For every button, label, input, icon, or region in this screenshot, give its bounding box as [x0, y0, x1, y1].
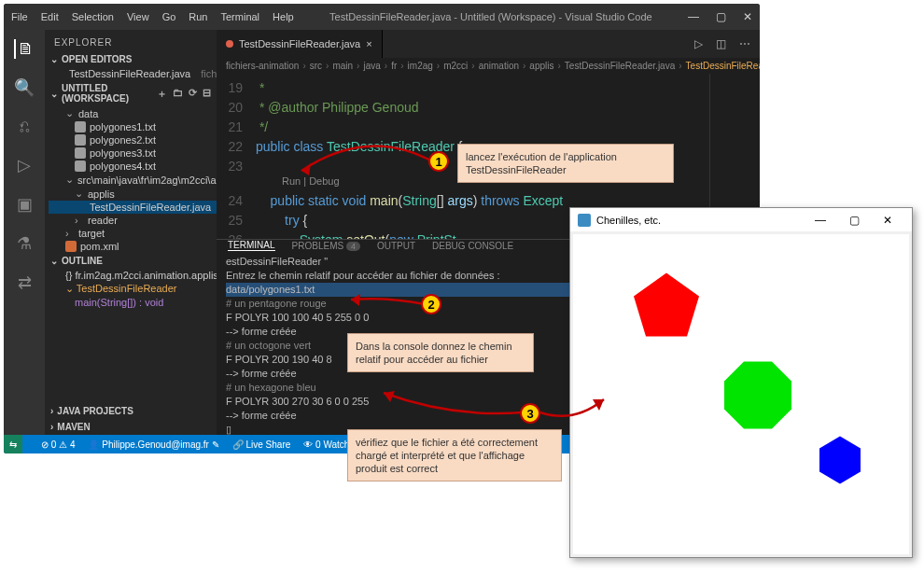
window-controls: — ▢ ✕: [688, 10, 752, 23]
workspace-header[interactable]: ⌄UNTITLED (WORKSPACE) ＋🗀⟳⊟: [45, 80, 217, 106]
output-tab[interactable]: OUTPUT: [377, 241, 415, 251]
scm-icon[interactable]: ⎌: [20, 117, 30, 136]
tree-item[interactable]: ⌄data: [49, 106, 217, 120]
title-bar: File Edit Selection View Go Run Terminal…: [4, 4, 760, 30]
app-minimize-icon[interactable]: —: [804, 214, 837, 227]
open-editors-header[interactable]: ⌄OPEN EDITORS: [45, 51, 217, 67]
menu-edit[interactable]: Edit: [41, 11, 59, 22]
outline-item[interactable]: {} fr.im2ag.m2cci.animation.applis: [49, 269, 217, 282]
java-app-icon: [578, 214, 591, 227]
open-editor-item[interactable]: TestDessinFileReader.java fichiers-ani..…: [49, 67, 217, 80]
menu-file[interactable]: File: [11, 11, 28, 22]
explorer-icon[interactable]: 🗎: [14, 39, 35, 59]
run-icon[interactable]: ▷: [694, 37, 703, 50]
hexagon-shape: [819, 437, 861, 484]
step-2-marker: 2: [421, 294, 441, 314]
breadcrumbs[interactable]: fichiers-animation›src›main›java›fr›im2a…: [217, 58, 760, 74]
window-title: TestDessinFileReader.java - Untitled (Wo…: [294, 11, 688, 22]
drawing-canvas: [573, 234, 909, 554]
menu-view[interactable]: View: [127, 11, 149, 22]
callout-1: lancez l'exécution de l'application Test…: [457, 144, 674, 183]
menu-help[interactable]: Help: [273, 11, 294, 22]
java-icon: [226, 40, 233, 48]
liveshare-status[interactable]: 🔗 Live Share: [232, 439, 291, 450]
maven-header[interactable]: ›MAVEN: [45, 419, 217, 435]
java-projects-header[interactable]: ›JAVA PROJECTS: [45, 403, 217, 419]
tree-item[interactable]: ⌄src\main\java\fr\im2ag\m2cci\anima...: [49, 173, 217, 187]
debug-icon[interactable]: ▷: [18, 155, 31, 175]
test-icon[interactable]: ⚗: [17, 233, 32, 254]
new-folder-icon[interactable]: 🗀: [173, 87, 183, 101]
extensions-icon[interactable]: ▣: [17, 194, 33, 215]
errors-status[interactable]: ⊘ 0 ⚠ 4: [41, 439, 75, 450]
app-window: Chenilles, etc. — ▢ ✕: [569, 207, 913, 558]
close-icon[interactable]: ✕: [743, 10, 752, 23]
app-close-icon[interactable]: ✕: [871, 214, 904, 227]
tree-item[interactable]: polygones3.txt: [49, 146, 217, 160]
step-3-marker: 3: [520, 403, 540, 424]
problems-tab[interactable]: PROBLEMS 4: [292, 241, 360, 251]
maximize-icon[interactable]: ▢: [716, 10, 726, 23]
more-icon[interactable]: ⋯: [739, 37, 750, 50]
app-maximize-icon[interactable]: ▢: [837, 214, 871, 227]
tree-item[interactable]: polygones2.txt: [49, 133, 217, 146]
step-1-marker: 1: [428, 151, 449, 172]
pentagon-shape: [634, 273, 699, 337]
octagon-shape: [724, 362, 791, 429]
menu-run[interactable]: Run: [189, 11, 207, 22]
menu-selection[interactable]: Selection: [72, 11, 114, 22]
user-status[interactable]: 👤 Philippe.Genoud@imag.fr ✎: [88, 439, 218, 450]
callout-3: vérifiez que le fichier a été correcteme…: [347, 429, 562, 481]
outline-item[interactable]: main(String[]) : void: [49, 296, 217, 309]
minimize-icon[interactable]: —: [688, 10, 699, 23]
tree-item[interactable]: ›reader: [49, 214, 217, 227]
menu-terminal[interactable]: Terminal: [221, 11, 260, 22]
menu-go[interactable]: Go: [162, 11, 176, 22]
debug-console-tab[interactable]: DEBUG CONSOLE: [432, 241, 513, 251]
callout-2: Dans la console donnez le chemin relatif…: [347, 333, 534, 372]
new-file-icon[interactable]: ＋: [157, 87, 167, 101]
tree-item[interactable]: polygones1.txt: [49, 120, 217, 133]
search-icon[interactable]: 🔍: [14, 77, 35, 98]
collapse-icon[interactable]: ⊟: [203, 87, 211, 101]
refresh-icon[interactable]: ⟳: [189, 87, 197, 101]
tree-item[interactable]: pom.xml: [49, 240, 217, 253]
terminal-tab[interactable]: TERMINAL: [228, 240, 275, 251]
tree-item[interactable]: TestDessinFileReader.java: [49, 201, 217, 214]
outline-header[interactable]: ⌄OUTLINE: [45, 253, 217, 269]
app-title: Chenilles, etc.: [596, 215, 661, 226]
tree-item[interactable]: ⌄applis: [49, 187, 217, 201]
sidebar: EXPLORER ⌄OPEN EDITORS TestDessinFileRea…: [45, 30, 217, 435]
app-title-bar: Chenilles, etc. — ▢ ✕: [570, 208, 912, 231]
outline-item[interactable]: ⌄ TestDessinFileReader: [49, 282, 217, 296]
remote-button[interactable]: ⇆: [4, 435, 22, 453]
remote-icon[interactable]: ⇄: [18, 272, 32, 293]
watch-status[interactable]: 👁 0 Watch: [303, 439, 349, 450]
tab-file[interactable]: TestDessinFileReader.java×: [217, 30, 383, 58]
split-icon[interactable]: ◫: [716, 37, 726, 50]
activity-bar: 🗎 🔍 ⎌ ▷ ▣ ⚗ ⇄: [4, 30, 45, 435]
tab-close-icon[interactable]: ×: [366, 38, 371, 49]
editor-tabs: TestDessinFileReader.java× ▷ ◫ ⋯: [217, 30, 760, 58]
tree-item[interactable]: polygones4.txt: [49, 160, 217, 173]
tree-item[interactable]: ›target: [49, 227, 217, 240]
menu-bar: File Edit Selection View Go Run Terminal…: [11, 11, 294, 22]
sidebar-header: EXPLORER: [45, 30, 217, 51]
